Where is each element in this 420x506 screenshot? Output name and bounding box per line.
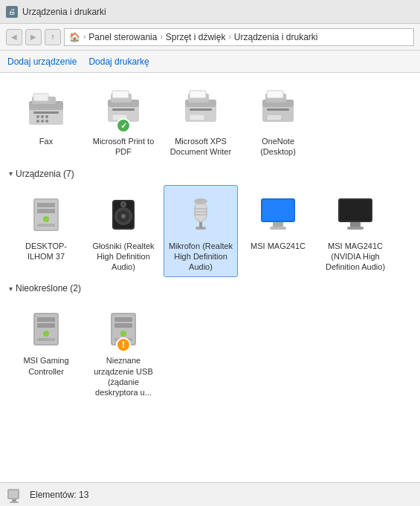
up-button[interactable]: ↑ — [45, 29, 61, 45]
fax-label: Fax — [39, 136, 53, 146]
address-part-1: Panel sterowania — [88, 32, 157, 42]
forward-button[interactable]: ▶ — [25, 29, 42, 45]
svg-rect-34 — [37, 224, 55, 227]
svg-rect-67 — [114, 323, 132, 328]
devices-grid: DESKTOP-ILHOM 37 Głośniki (Realtek High … — [9, 185, 411, 278]
devices-section-label: Urządzenia (7) — [16, 169, 74, 179]
svg-rect-57 — [347, 227, 364, 230]
svg-rect-53 — [270, 227, 286, 230]
monitor1-icon — [254, 190, 302, 238]
gaming-label: MSI Gaming Controller — [13, 355, 80, 377]
devices-chevron: ▾ — [9, 169, 13, 178]
unknown-chevron: ▾ — [9, 285, 13, 293]
status-bar: Elementów: 13 — [0, 482, 420, 506]
svg-point-4 — [36, 115, 39, 118]
onenote-icon — [254, 85, 302, 133]
unknown-section-label: Nieokreślone (2) — [16, 283, 81, 293]
mspdf-label: Microsoft Print to PDF — [90, 136, 157, 158]
desktop-label: DESKTOP-ILHOM 37 — [13, 241, 80, 262]
unknown-section-header[interactable]: ▾ Nieokreślone (2) — [9, 283, 411, 293]
svg-point-49 — [194, 198, 207, 204]
svg-rect-32 — [37, 209, 55, 213]
svg-rect-73 — [10, 502, 19, 503]
svg-point-5 — [41, 115, 44, 118]
address-part-3: Urządzenia i drukarki — [234, 32, 318, 42]
monitor1-label: MSI MAG241C — [251, 241, 306, 251]
monitor2-icon — [332, 190, 379, 238]
printers-grid: Fax ✓ Microsoft Print to PDF — [9, 80, 411, 163]
speakers-icon — [100, 190, 147, 238]
svg-rect-3 — [33, 111, 59, 114]
svg-rect-22 — [190, 91, 206, 98]
unknown-grid: MSI Gaming Controller ! Nieznane urządze… — [9, 299, 411, 403]
xps-label: Microsoft XPS Document Writer — [167, 136, 234, 158]
desktop-icon — [22, 190, 70, 238]
svg-point-8 — [41, 120, 44, 123]
svg-rect-26 — [267, 108, 289, 111]
svg-rect-52 — [273, 222, 283, 227]
svg-rect-72 — [12, 499, 16, 502]
svg-point-62 — [43, 331, 49, 337]
svg-rect-27 — [267, 114, 282, 120]
svg-rect-28 — [267, 91, 283, 98]
xps-icon — [177, 85, 224, 133]
main-content: Fax ✓ Microsoft Print to PDF — [0, 73, 420, 482]
address-home-icon: 🏠 — [69, 32, 80, 42]
svg-point-7 — [36, 120, 39, 123]
fax-icon — [22, 85, 70, 133]
svg-rect-14 — [112, 108, 135, 111]
onenote-label: OneNote (Desktop) — [245, 136, 311, 158]
gaming-icon — [22, 305, 70, 352]
svg-rect-31 — [37, 203, 55, 207]
device-mspdf[interactable]: ✓ Microsoft Print to PDF — [86, 80, 161, 163]
device-mic[interactable]: Mikrofon (Realtek High Definition Audio) — [164, 185, 238, 278]
device-usb-unknown[interactable]: ! Nieznane urządzenie USB (żądanie deskr… — [86, 299, 161, 403]
svg-rect-63 — [37, 338, 55, 341]
svg-rect-66 — [114, 317, 132, 322]
mspdf-icon: ✓ — [100, 85, 147, 133]
title-bar-text: Urządzenia i drukarki — [22, 7, 106, 17]
svg-point-6 — [45, 115, 48, 118]
svg-point-39 — [121, 214, 126, 218]
mic-icon — [177, 190, 224, 238]
address-part-2: Sprzęt i dźwięk — [166, 32, 226, 42]
back-button[interactable]: ◀ — [6, 29, 22, 45]
title-bar-icon: 🖨 — [6, 6, 18, 18]
svg-rect-16 — [112, 91, 129, 98]
device-onenote[interactable]: OneNote (Desktop) — [241, 80, 315, 163]
svg-rect-51 — [262, 200, 294, 221]
svg-rect-20 — [190, 108, 212, 111]
svg-rect-21 — [190, 114, 204, 120]
device-speakers[interactable]: Głośniki (Realtek High Definition Audio) — [86, 185, 161, 278]
address-bar[interactable]: 🏠 › Panel sterowania › Sprzęt i dźwięk ›… — [64, 28, 414, 46]
device-monitor2[interactable]: MSI MAG241C (NVIDIA High Definition Audi… — [318, 185, 392, 278]
mic-label: Mikrofon (Realtek High Definition Audio) — [167, 241, 234, 273]
warning-badge: ! — [116, 337, 131, 352]
svg-point-33 — [43, 216, 49, 222]
device-fax[interactable]: Fax — [9, 80, 83, 163]
status-icon — [6, 486, 24, 504]
monitor2-label: MSI MAG241C (NVIDIA High Definition Audi… — [322, 241, 389, 273]
device-gaming[interactable]: MSI Gaming Controller — [9, 299, 83, 403]
check-badge: ✓ — [116, 118, 131, 133]
svg-rect-61 — [37, 323, 55, 328]
svg-point-68 — [120, 331, 126, 337]
svg-rect-55 — [340, 200, 371, 221]
svg-rect-56 — [350, 222, 361, 227]
speakers-label: Głośniki (Realtek High Definition Audio) — [90, 241, 157, 273]
devices-section-header[interactable]: ▾ Urządzenia (7) — [9, 169, 411, 179]
svg-point-9 — [45, 120, 48, 123]
svg-point-41 — [122, 203, 125, 206]
svg-rect-71 — [9, 490, 18, 498]
title-bar: 🖨 Urządzenia i drukarki — [0, 0, 420, 24]
nav-bar: ◀ ▶ ↑ 🏠 › Panel sterowania › Sprzęt i dź… — [0, 24, 420, 51]
add-device-button[interactable]: Dodaj urządzenie — [7, 56, 77, 67]
toolbar: Dodaj urządzenie Dodaj drukarkę — [0, 51, 420, 73]
usb-unknown-icon: ! — [100, 305, 147, 352]
device-desktop[interactable]: DESKTOP-ILHOM 37 — [9, 185, 83, 278]
add-printer-button[interactable]: Dodaj drukarkę — [88, 56, 149, 67]
status-count: Elementów: 13 — [30, 490, 88, 500]
device-monitor1[interactable]: MSI MAG241C — [241, 185, 315, 278]
device-xps[interactable]: Microsoft XPS Document Writer — [164, 80, 238, 163]
svg-rect-10 — [33, 94, 48, 101]
